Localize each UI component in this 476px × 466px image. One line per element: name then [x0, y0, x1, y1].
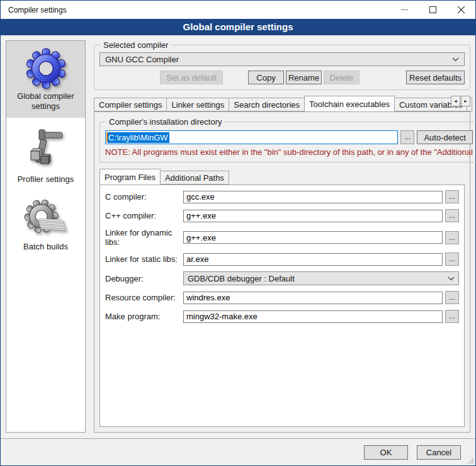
field-label: Linker for dynamic libs:	[105, 228, 183, 247]
resize-grip[interactable]	[468, 458, 474, 464]
static-linker-browse-button[interactable]: ...	[445, 253, 459, 266]
dialog-header: Global compiler settings	[1, 19, 475, 35]
install-dir-value: C:\raylib\MinGW	[108, 132, 169, 143]
field-row-cpp-compiler: C++ compiler: ...	[105, 209, 459, 222]
install-dir-note: NOTE: All programs must exist either in …	[105, 147, 473, 157]
field-row-dynamic-linker: Linker for dynamic libs: ...	[105, 228, 459, 247]
program-files-panel: C compiler: ... C++ compiler: ... Linker…	[99, 185, 465, 427]
tab-compiler-settings[interactable]: Compiler settings	[94, 98, 167, 111]
tab-search-directories[interactable]: Search directories	[229, 98, 305, 111]
field-label: Linker for static libs:	[105, 254, 183, 264]
field-label: Resource compiler:	[105, 293, 183, 302]
minimize-button[interactable]	[390, 1, 419, 19]
copy-button[interactable]: Copy	[248, 71, 284, 84]
cancel-button[interactable]: Cancel	[417, 445, 461, 460]
dynamic-linker-input[interactable]	[183, 231, 443, 244]
install-dir-group: Compiler's installation directory C:\ray…	[99, 117, 476, 162]
compiler-select-value: GNU GCC Compiler	[105, 55, 179, 64]
toolchain-executables-page: Compiler's installation directory C:\ray…	[94, 111, 470, 433]
field-label: Debugger:	[105, 274, 183, 283]
window-title: Compiler settings	[1, 6, 390, 14]
compiler-select[interactable]: GNU GCC Compiler	[99, 52, 465, 66]
field-label: Make program:	[105, 312, 183, 321]
maximize-button[interactable]	[419, 1, 447, 19]
c-compiler-browse-button[interactable]: ...	[445, 190, 459, 203]
tab-scroll-left-button[interactable]: ◄	[451, 96, 460, 106]
sidebar-item-label: Batch builds	[8, 242, 84, 252]
auto-detect-button[interactable]: Auto-detect	[417, 130, 473, 144]
delete-button[interactable]: Delete	[324, 71, 360, 84]
field-row-make-program: Make program: ...	[105, 310, 459, 323]
tab-scroll-right-button[interactable]: ►	[461, 96, 470, 106]
subtab-program-files[interactable]: Program Files	[99, 169, 161, 185]
sub-tab-strip: Program Files Additional Paths	[99, 168, 465, 185]
maximize-icon	[429, 6, 436, 13]
field-row-static-linker: Linker for static libs: ...	[105, 253, 459, 266]
sidebar-item-label: Profiler settings	[8, 174, 84, 185]
field-label: C compiler:	[105, 192, 183, 202]
close-icon	[458, 6, 465, 13]
resource-compiler-browse-button[interactable]: ...	[445, 291, 459, 304]
selected-compiler-group: Selected compiler GNU GCC Compiler Set a…	[94, 40, 470, 90]
caliper-icon	[26, 127, 66, 172]
sidebar-item-label: Global compiler settings	[8, 91, 84, 112]
field-row-resource-compiler: Resource compiler: ...	[105, 291, 459, 304]
cpp-compiler-browse-button[interactable]: ...	[445, 209, 459, 222]
minimize-icon	[401, 6, 408, 13]
debugger-select-value: GDB/CDB debugger : Default	[188, 274, 295, 283]
settings-sidebar: Global compiler settings	[6, 40, 86, 433]
close-button[interactable]	[447, 1, 475, 19]
sidebar-item-batch-builds[interactable]: Batch builds	[6, 194, 85, 258]
blue-gear-icon	[23, 46, 69, 89]
set-as-default-button[interactable]: Set as default	[160, 71, 223, 84]
field-row-c-compiler: C compiler: ...	[105, 190, 459, 203]
install-dir-input[interactable]: C:\raylib\MinGW	[105, 130, 398, 144]
make-program-browse-button[interactable]: ...	[445, 310, 459, 323]
gear-paper-stack-icon	[24, 199, 68, 239]
sidebar-item-global-compiler-settings[interactable]: Global compiler settings	[6, 41, 85, 118]
tab-linker-settings[interactable]: Linker settings	[166, 98, 229, 111]
cpp-compiler-input[interactable]	[183, 210, 443, 222]
debugger-select[interactable]: GDB/CDB debugger : Default	[183, 271, 459, 285]
ok-button[interactable]: OK	[364, 445, 408, 460]
title-bar: Compiler settings	[1, 1, 475, 19]
dialog-footer: OK Cancel	[6, 439, 470, 465]
install-dir-browse-button[interactable]: ...	[400, 130, 414, 144]
main-tab-strip: Compiler settings Linker settings Search…	[94, 95, 470, 111]
make-program-input[interactable]	[183, 310, 443, 323]
c-compiler-input[interactable]	[183, 191, 443, 203]
field-label: C++ compiler:	[105, 211, 183, 220]
reset-defaults-button[interactable]: Reset defaults	[406, 71, 465, 84]
dynamic-linker-browse-button[interactable]: ...	[445, 231, 459, 244]
chevron-down-icon	[452, 57, 459, 62]
tab-toolchain-executables[interactable]: Toolchain executables	[304, 96, 395, 112]
rename-button[interactable]: Rename	[286, 71, 322, 84]
selected-compiler-legend: Selected compiler	[101, 40, 171, 50]
sidebar-item-profiler-settings[interactable]: Profiler settings	[6, 122, 85, 190]
subtab-additional-paths[interactable]: Additional Paths	[160, 171, 229, 185]
install-dir-legend: Compiler's installation directory	[106, 117, 225, 127]
resource-compiler-input[interactable]	[183, 292, 443, 304]
chevron-down-icon	[448, 276, 455, 281]
static-linker-input[interactable]	[183, 253, 443, 266]
compiler-settings-window: Compiler settings Global compiler settin…	[0, 0, 476, 466]
field-row-debugger: Debugger: GDB/CDB debugger : Default	[105, 271, 459, 285]
